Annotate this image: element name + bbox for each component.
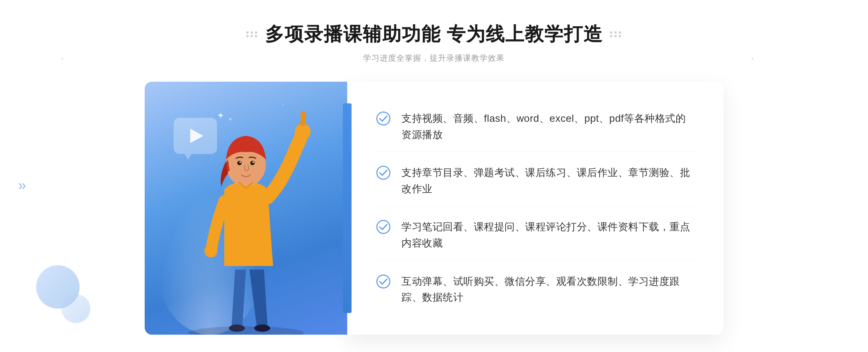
title-wrapper: 多项录播课辅助功能 专为线上教学打造 <box>246 22 622 47</box>
svg-point-14 <box>377 275 390 288</box>
illustration-panel: for(let i=0;i<64;i++) document.currentSc… <box>145 82 347 335</box>
svg-point-1 <box>254 325 270 332</box>
header-section: 多项录播课辅助功能 专为线上教学打造 学习进度全掌握，提升录播课教学效果 <box>246 22 622 64</box>
svg-point-12 <box>377 166 390 179</box>
dot-grid-left: for(let i=0;i<100;i++) document.currentS… <box>61 58 131 127</box>
feature-item-4: 互动弹幕、试听购买、微信分享、观看次数限制、学习进度跟踪、数据统计 <box>376 265 694 315</box>
page-wrapper: for(let i=0;i<100;i++) document.currentS… <box>0 0 868 352</box>
right-deco <box>610 31 622 37</box>
person-illustration <box>145 82 347 335</box>
check-icon-2 <box>376 166 391 180</box>
main-title: 多项录播课辅助功能 专为线上教学打造 <box>265 22 603 47</box>
feature-text-2: 支持章节目录、弹题考试、课后练习、课后作业、章节测验、批改作业 <box>401 165 694 197</box>
blue-bar-accent <box>343 103 352 313</box>
svg-point-4 <box>204 244 217 257</box>
deco-circle-2 <box>61 294 90 323</box>
feature-text-3: 学习笔记回看、课程提问、课程评论打分、课件资料下载，重点内容收藏 <box>401 219 694 252</box>
feature-text-4: 互动弹幕、试听购买、微信分享、观看次数限制、学习进度跟踪、数据统计 <box>401 274 694 306</box>
features-panel: 支持视频、音频、flash、word、excel、ppt、pdf等各种格式的资源… <box>347 82 723 335</box>
feature-text-1: 支持视频、音频、flash、word、excel、ppt、pdf等各种格式的资源… <box>401 111 694 143</box>
svg-point-0 <box>188 326 304 335</box>
svg-point-2 <box>229 325 245 332</box>
feature-item-2: 支持章节目录、弹题考试、课后练习、课后作业、章节测验、批改作业 <box>376 156 694 206</box>
svg-point-7 <box>237 161 242 165</box>
svg-point-11 <box>377 112 390 125</box>
svg-point-9 <box>250 161 255 165</box>
content-area: for(let i=0;i<64;i++) document.currentSc… <box>145 82 723 335</box>
svg-point-8 <box>239 162 241 163</box>
feature-item-1: 支持视频、音频、flash、word、excel、ppt、pdf等各种格式的资源… <box>376 102 694 152</box>
sub-title: 学习进度全掌握，提升录播课教学效果 <box>246 53 622 64</box>
svg-point-10 <box>252 162 254 163</box>
dot-grid-right: for(let i=0;i<100;i++) document.currentS… <box>752 58 821 127</box>
check-icon-3 <box>376 220 391 234</box>
left-deco <box>246 31 258 37</box>
check-icon-4 <box>376 274 391 289</box>
double-arrow-icon: » <box>18 177 26 193</box>
feature-item-3: 学习笔记回看、课程提问、课程评论打分、课件资料下载，重点内容收藏 <box>376 210 694 261</box>
check-icon-1 <box>376 111 391 126</box>
svg-point-13 <box>377 220 390 233</box>
